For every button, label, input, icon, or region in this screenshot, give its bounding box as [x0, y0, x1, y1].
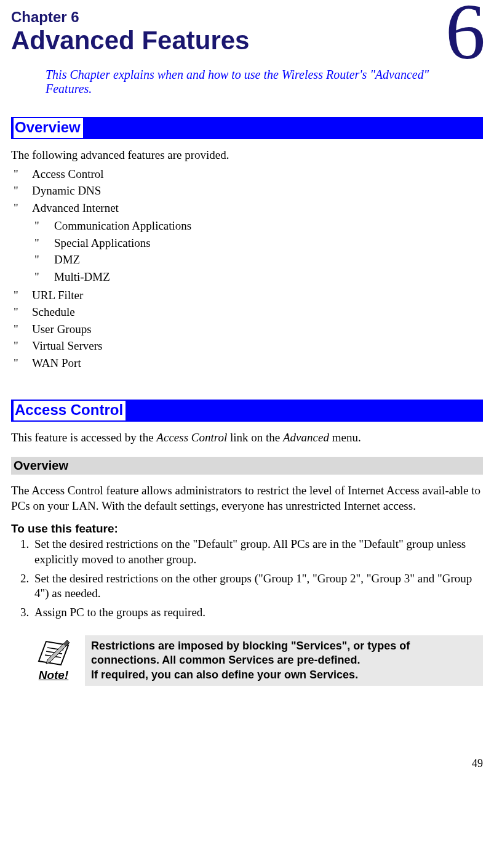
step-text: Assign PC to the groups as required.: [34, 606, 205, 619]
section-heading-access-control: Access Control: [11, 400, 483, 422]
list-item: User Groups: [11, 321, 483, 338]
list-item: URL Filter: [11, 287, 483, 304]
chapter-number-ornament: 6: [445, 0, 485, 71]
text-fragment: link on the: [227, 431, 283, 444]
list-item: Dynamic DNS: [11, 182, 483, 199]
steps-list: Set the desired restrictions on the "Def…: [11, 537, 483, 620]
list-item-label: Dynamic DNS: [32, 184, 101, 197]
section-heading-overview-label: Overview: [14, 118, 83, 138]
list-item: Virtual Servers: [11, 337, 483, 355]
access-control-overview-text: The Access Control feature allows admini…: [11, 483, 483, 513]
list-item: Access Control: [11, 166, 483, 183]
list-item-label: WAN Port: [32, 356, 81, 369]
list-item-label: DMZ: [54, 253, 80, 266]
list-item: Special Applications: [32, 235, 483, 252]
list-item-label: URL Filter: [32, 289, 83, 302]
list-item: Set the desired restrictions on the "Def…: [32, 537, 483, 567]
note-icon: Note!: [30, 639, 78, 682]
list-item-label: Advanced Internet: [32, 201, 119, 214]
list-item: WAN Port: [11, 355, 483, 372]
list-item: Advanced Internet Communication Applicat…: [11, 199, 483, 286]
list-item: Set the desired restrictions on the othe…: [32, 571, 483, 601]
chapter-title: Advanced Features: [11, 26, 483, 55]
section-heading-access-control-label: Access Control: [14, 401, 125, 420]
step-text: Set the desired restrictions on the othe…: [34, 572, 472, 600]
list-item-label: Virtual Servers: [32, 339, 102, 352]
list-item-label: Access Control: [32, 167, 104, 180]
list-item: Communication Applications: [32, 217, 483, 235]
list-item-label: User Groups: [32, 323, 92, 336]
list-item: DMZ: [32, 251, 483, 268]
list-item: Assign PC to the groups as required.: [32, 605, 483, 621]
list-item-label: Schedule: [32, 305, 75, 318]
section-heading-overview: Overview: [11, 117, 483, 139]
list-item-label: Multi-DMZ: [54, 270, 110, 283]
page-number: 49: [0, 698, 494, 770]
step-text: Set the desired restrictions on the "Def…: [34, 537, 466, 566]
text-fragment-italic: Access Control: [156, 431, 227, 444]
list-item-label: Communication Applications: [54, 219, 191, 232]
note-callout: Note! Restrictions are imposed by blocki…: [30, 635, 483, 686]
feature-list: Access Control Dynamic DNS Advanced Inte…: [11, 166, 483, 372]
text-fragment: menu.: [329, 431, 361, 444]
access-control-intro: This feature is accessed by the Access C…: [11, 430, 483, 446]
chapter-intro: This Chapter explains when and how to us…: [46, 68, 446, 96]
howto-heading: To use this feature:: [11, 522, 483, 536]
overview-intro-text: The following advanced features are prov…: [11, 148, 483, 163]
chapter-label: Chapter 6: [11, 6, 483, 26]
text-fragment-italic: Advanced: [283, 431, 329, 444]
list-item: Schedule: [11, 303, 483, 321]
subsection-heading-overview: Overview: [11, 457, 483, 475]
note-text: Restrictions are imposed by blocking "Se…: [85, 635, 483, 686]
text-fragment: This feature is accessed by the: [11, 431, 156, 444]
list-item: Multi-DMZ: [32, 268, 483, 286]
note-icon-label: Note!: [30, 669, 78, 682]
feature-sublist: Communication Applications Special Appli…: [32, 217, 483, 285]
list-item-label: Special Applications: [54, 236, 151, 249]
